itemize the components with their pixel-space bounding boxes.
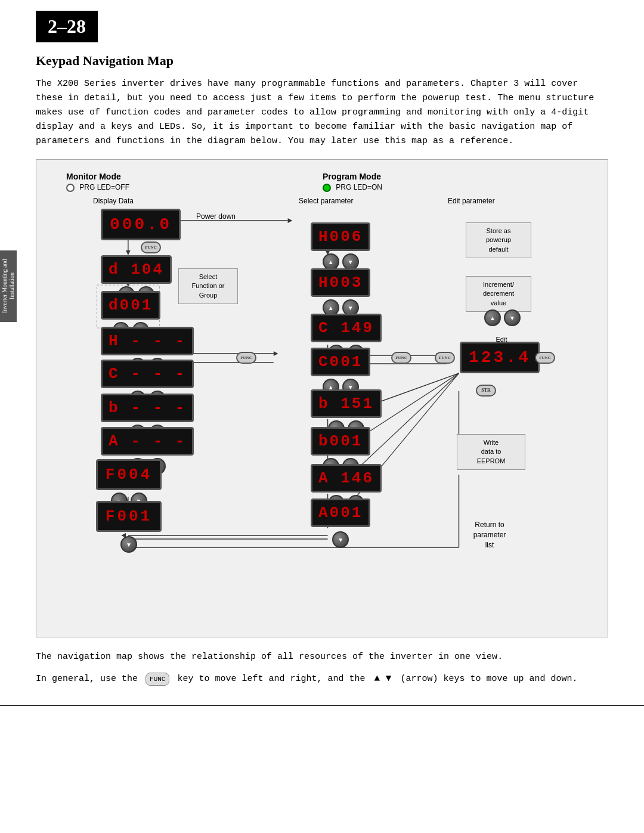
svg-marker-1 — [288, 218, 293, 223]
annotation-store-powerup: Store as powerup default — [466, 222, 531, 258]
a001-down-btn-wrap[interactable] — [332, 531, 349, 548]
display-edit-val: 123.4 — [460, 342, 540, 373]
svg-marker-3 — [274, 351, 278, 356]
monitor-mode-title: Monitor Mode — [66, 172, 129, 181]
led-d104: d 104 — [101, 255, 172, 284]
f001-down-btn-wrap[interactable] — [120, 536, 137, 553]
display-c001: C001 — [311, 348, 370, 396]
program-mode-title: Program Mode — [323, 172, 382, 181]
led-d001: d001 — [101, 291, 160, 320]
annotation-select-func: Select Function or Group — [178, 268, 238, 304]
increment-down-btn[interactable] — [504, 309, 521, 326]
prg-led-on-indicator — [323, 184, 331, 192]
display-h003: H003 — [311, 268, 370, 317]
h006-down-btn[interactable] — [342, 253, 359, 270]
edit-parameter-label: Edit parameter — [448, 197, 495, 205]
led-h-dash: H - - - — [101, 327, 194, 355]
monitor-led-label: PRG LED=OFF — [66, 183, 129, 192]
led-c149: C 149 — [311, 314, 382, 342]
annotation-power-down: Power down — [196, 212, 236, 221]
footer-paragraph-1: The navigation map shows the relationshi… — [36, 649, 608, 665]
bottom-rule — [0, 705, 644, 706]
display-data-label: Display Data — [93, 197, 134, 205]
diagram-container: Monitor Mode PRG LED=OFF Program Mode PR… — [36, 159, 608, 637]
annotation-write-eeprom: Write data to EEPROM — [457, 434, 525, 470]
led-a146: A 146 — [311, 464, 382, 493]
program-led-label: PRG LED=ON — [323, 183, 382, 192]
func-btn-center-right[interactable]: FUNC — [391, 351, 411, 364]
led-d000: 000.0 — [101, 209, 181, 240]
monitor-mode-header: Monitor Mode PRG LED=OFF — [66, 172, 129, 192]
led-c001: C001 — [311, 348, 370, 376]
led-b-dash: b - - - — [101, 394, 194, 422]
led-f004: F004 — [96, 459, 162, 490]
display-a001: A001 — [311, 498, 370, 548]
led-a001: A001 — [311, 498, 370, 527]
diagram-wrapper: Monitor Mode PRG LED=OFF Program Mode PR… — [48, 172, 596, 625]
func-btn-middle[interactable]: FUNC — [236, 351, 256, 364]
annotation-increment: Increment/ decrement value — [466, 276, 531, 312]
f001-down-btn[interactable] — [120, 536, 137, 553]
side-tab: Inverter Mounting and Installation — [0, 250, 17, 322]
footer-paragraph-2: In general, use the FUNC key to move lef… — [36, 671, 608, 687]
page-header: 2–28 — [36, 11, 98, 42]
led-f001: F001 — [96, 501, 162, 532]
led-b151: b 151 — [311, 389, 382, 418]
footer-arrow-icons: ▲ ▼ — [374, 673, 392, 684]
func-btn-top[interactable]: FUNC — [141, 240, 161, 253]
func-btn-far-right[interactable]: FUNC — [535, 351, 555, 364]
annotation-return-param: Return to parameter list — [454, 516, 525, 553]
h006-up-btn[interactable] — [323, 253, 339, 270]
led-h006: H006 — [311, 222, 370, 251]
increment-btn-pair — [484, 309, 521, 327]
str-btn[interactable]: STR — [476, 383, 496, 397]
func-key-inline: FUNC — [145, 673, 169, 686]
led-h003: H003 — [311, 268, 370, 297]
display-d000: 000.0 — [101, 209, 181, 240]
led-edit-val: 123.4 — [460, 342, 540, 373]
select-parameter-label: Select parameter — [299, 197, 353, 205]
section-title: Keypad Navigation Map — [36, 53, 608, 69]
led-c-dash: C - - - — [101, 360, 194, 388]
led-a-dash: A - - - — [101, 427, 194, 456]
svg-marker-7 — [126, 250, 131, 255]
led-b001: b001 — [311, 427, 370, 456]
display-f001: F001 — [96, 501, 162, 553]
prg-led-off-indicator — [66, 184, 75, 192]
intro-paragraph: The X200 Series inverter drives have man… — [36, 77, 608, 148]
func-btn-right[interactable]: FUNC — [435, 351, 455, 364]
display-h006: H006 — [311, 222, 370, 271]
a001-down-btn[interactable] — [332, 531, 349, 548]
increment-up-btn[interactable] — [484, 309, 501, 326]
program-mode-header: Program Mode PRG LED=ON — [323, 172, 382, 192]
